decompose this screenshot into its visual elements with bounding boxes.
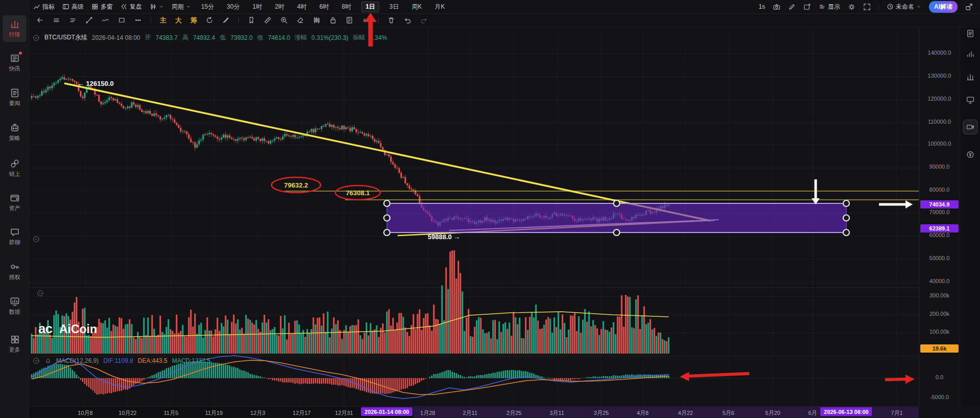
draw-tool-ruler-icon[interactable] <box>264 16 272 24</box>
selection-handle[interactable] <box>843 215 849 221</box>
share-icon[interactable] <box>965 3 973 11</box>
macd-histogram-bar <box>517 370 518 378</box>
draw-tool-diag-icon[interactable] <box>85 16 93 24</box>
draw-tool-redo-icon[interactable] <box>420 16 428 24</box>
gear-icon[interactable] <box>848 3 855 11</box>
low-price-annotation[interactable]: 59888.0 → <box>428 233 460 241</box>
sidebar-item-群聊[interactable]: 群聊 <box>3 223 27 250</box>
draw-tool-lines-icon[interactable] <box>53 16 60 24</box>
macd-histogram-bar <box>262 377 263 378</box>
time-axis[interactable]: 10月810月2211月511月1912月312月1712月311月282月11… <box>29 406 919 418</box>
draw-tool-undo-icon[interactable] <box>404 16 411 24</box>
draw-tool-refresh-icon[interactable] <box>206 16 213 24</box>
expand-icon[interactable] <box>863 3 871 11</box>
draw-tool-wave-icon[interactable] <box>102 16 109 24</box>
collapse-macd-pane-icon[interactable] <box>33 357 40 364</box>
sidebar-item-更多[interactable]: 更多 <box>3 331 27 357</box>
draw-tool-brush-icon[interactable] <box>222 16 230 24</box>
overlay-toggle-大[interactable]: 大 <box>175 16 182 25</box>
timeframe-2时[interactable]: 2时 <box>272 2 287 12</box>
panel-coin-icon[interactable] <box>966 150 974 159</box>
sidebar-item-数据[interactable]: 数据 <box>3 293 27 319</box>
timeframe-6时[interactable]: 6时 <box>317 2 332 12</box>
overlay-toggle-主[interactable]: 主 <box>160 16 166 25</box>
draw-tool-trash-icon[interactable] <box>387 16 395 24</box>
draw-tool-link-icon[interactable] <box>362 16 370 24</box>
main-chart-canvas[interactable]: 79632.276308.1← 126150.059888.0 → <box>29 27 919 406</box>
selection-handle[interactable] <box>384 215 390 221</box>
display-settings-button[interactable]: 显示 <box>819 3 840 11</box>
alert-bell-icon[interactable] <box>44 357 52 364</box>
red-arrow-right[interactable] <box>885 379 906 380</box>
price-axis[interactable]: 140000.0130000.0120000.0110000.0100000.0… <box>919 27 960 406</box>
addpanel-icon[interactable] <box>803 3 811 11</box>
macd-histogram-bar <box>313 378 314 384</box>
collapse-volume-pane-icon[interactable] <box>37 290 44 297</box>
macd-histogram-bar <box>446 370 447 378</box>
panel-video-icon[interactable] <box>963 120 977 134</box>
draw-tool-recttool-icon[interactable] <box>118 16 126 24</box>
peak-price-annotation[interactable]: ← 126150.0 <box>78 80 114 87</box>
sidebar-item-行情[interactable]: 行情 <box>3 15 27 42</box>
candle-body <box>199 141 200 145</box>
symbol-name[interactable]: BTC/USDT永续 <box>44 33 87 42</box>
collapse-pane-icon[interactable] <box>33 34 40 41</box>
toolbar-button-panel[interactable]: 高级 <box>62 3 84 11</box>
selection-handle[interactable] <box>384 229 390 236</box>
candle-style-dropdown[interactable] <box>150 3 164 10</box>
macd-histogram-bar <box>386 378 387 394</box>
timeframe-月K[interactable]: 月K <box>432 2 448 12</box>
panel-bars-icon[interactable] <box>966 73 974 81</box>
purple-range-box[interactable] <box>387 203 846 233</box>
panel-monitor-icon[interactable] <box>966 96 974 104</box>
timeframe-3日[interactable]: 3日 <box>387 2 402 12</box>
selection-handle[interactable] <box>843 229 849 236</box>
toolbar-button-grid[interactable]: 多窗 <box>91 3 113 11</box>
draw-tool-zoomin-icon[interactable] <box>280 16 288 24</box>
draw-tool-candles2-icon[interactable] <box>313 16 321 24</box>
draw-tool-pointer-icon[interactable] <box>36 16 44 24</box>
toolbar-button-chartline[interactable]: 指标 <box>33 3 55 11</box>
candle-body <box>409 185 410 189</box>
sidebar-item-策略[interactable]: 策略 <box>3 119 27 146</box>
period-dropdown[interactable]: 周期 <box>172 3 191 11</box>
toolbar-button-replay[interactable]: 复盘 <box>120 3 142 11</box>
draw-tool-bookmark-icon[interactable] <box>248 16 255 24</box>
selection-handle[interactable] <box>843 200 849 206</box>
red-arrow-left[interactable] <box>688 374 749 376</box>
sidebar-item-要闻[interactable]: 要闻 <box>3 84 27 111</box>
pencil-icon[interactable] <box>788 3 796 11</box>
panel-signal-icon[interactable] <box>966 50 974 58</box>
draw-tool-dots-icon[interactable] <box>134 16 142 24</box>
selection-handle[interactable] <box>614 200 620 206</box>
timeframe-周K[interactable]: 周K <box>409 2 425 12</box>
timeframe-30分[interactable]: 30分 <box>224 2 242 12</box>
draw-tool-eraser-icon[interactable] <box>297 16 304 24</box>
candle-body <box>219 139 220 140</box>
sidebar-item-授权[interactable]: 授权 <box>3 258 27 285</box>
timeframe-15分[interactable]: 15分 <box>199 2 216 12</box>
macd-histogram-bar <box>125 378 126 389</box>
sidebar-item-资产[interactable]: 资产 <box>3 189 27 216</box>
ai-analysis-button[interactable]: AI解读 <box>929 1 958 13</box>
timeframe-8时[interactable]: 8时 <box>339 2 354 12</box>
selection-handle[interactable] <box>614 229 620 236</box>
draw-tool-note-icon[interactable] <box>346 16 353 24</box>
collapse-main-pane-icon[interactable] <box>33 236 40 243</box>
sidebar-item-快讯[interactable]: 快讯 <box>3 50 27 76</box>
camera-icon[interactable] <box>773 3 780 11</box>
panel-doc-icon[interactable] <box>966 29 974 38</box>
layout-name-dropdown[interactable]: 未命名 <box>887 3 921 11</box>
draw-tool-lines2-icon[interactable] <box>69 16 77 24</box>
selection-handle[interactable] <box>384 200 390 206</box>
overlay-toggle-筹[interactable]: 筹 <box>190 16 197 25</box>
timeframe-1日[interactable]: 1日 <box>361 2 379 12</box>
timeframe-4时[interactable]: 4时 <box>295 2 309 12</box>
draw-tool-lock-icon[interactable] <box>329 16 337 24</box>
macd-indicator-name[interactable]: MACD(12,26,9) <box>56 357 99 364</box>
timeframe-1时[interactable]: 1时 <box>250 2 265 12</box>
volume-bar <box>221 323 223 354</box>
candle-body <box>115 99 116 100</box>
macd-histogram-bar <box>501 371 502 378</box>
sidebar-item-链上[interactable]: 链上 <box>3 155 27 181</box>
